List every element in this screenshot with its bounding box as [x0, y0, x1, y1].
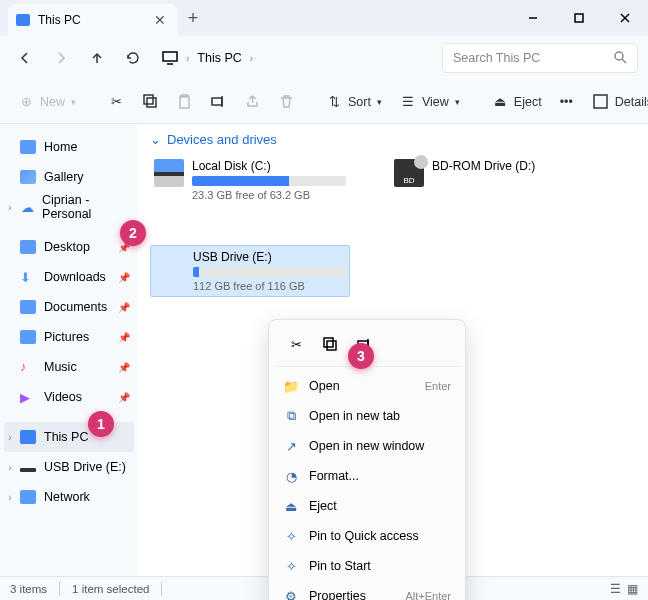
- ctx-open-new-window[interactable]: ↗Open in new window: [275, 431, 459, 461]
- copy-icon: [323, 337, 338, 352]
- view-list-button[interactable]: ☰: [610, 582, 621, 596]
- section-devices[interactable]: ⌄ Devices and drives: [150, 132, 636, 147]
- chevron-right-icon[interactable]: ›: [4, 462, 16, 473]
- drive-name: Local Disk (C:): [192, 159, 346, 173]
- sidebar-item-desktop[interactable]: Desktop📌: [0, 232, 138, 262]
- sidebar-item-downloads[interactable]: ⬇Downloads📌: [0, 262, 138, 292]
- more-button[interactable]: •••: [552, 87, 581, 117]
- minimize-button[interactable]: [510, 0, 556, 36]
- chevron-right-icon[interactable]: ›: [4, 492, 16, 503]
- ctx-eject[interactable]: ⏏Eject: [275, 491, 459, 521]
- sidebar-item-network[interactable]: ›Network: [0, 482, 138, 512]
- ctx-copy-button[interactable]: [315, 330, 345, 358]
- svg-rect-9: [147, 98, 156, 107]
- capacity-bar: [193, 267, 345, 277]
- titlebar: This PC ✕ +: [0, 0, 648, 36]
- properties-icon: ⚙: [283, 589, 299, 601]
- path-segment[interactable]: This PC: [197, 51, 241, 65]
- copy-button[interactable]: [134, 87, 166, 117]
- svg-rect-1: [575, 14, 583, 22]
- refresh-button[interactable]: [118, 43, 148, 73]
- search-input[interactable]: Search This PC: [442, 43, 638, 73]
- sort-icon: ⇅: [326, 94, 342, 110]
- sidebar-item-personal[interactable]: ›☁Ciprian - Personal: [0, 192, 138, 222]
- eject-icon: ⏏: [492, 94, 508, 110]
- window-icon: ↗: [283, 439, 299, 454]
- status-selected: 1 item selected: [72, 583, 149, 595]
- svg-rect-17: [324, 338, 333, 347]
- pin-icon: 📌: [118, 272, 130, 283]
- pictures-icon: [20, 330, 36, 344]
- tab-thispc[interactable]: This PC ✕: [8, 4, 178, 36]
- delete-button[interactable]: [270, 87, 302, 117]
- sidebar-item-usb[interactable]: ›USB Drive (E:): [0, 452, 138, 482]
- sidebar-item-pictures[interactable]: Pictures📌: [0, 322, 138, 352]
- ctx-properties[interactable]: ⚙PropertiesAlt+Enter: [275, 581, 459, 600]
- pin-icon: 📌: [118, 362, 130, 373]
- chevron-right-icon[interactable]: ›: [4, 202, 16, 213]
- new-button[interactable]: ⊕New▾: [10, 87, 84, 117]
- pc-icon: [20, 430, 36, 444]
- ctx-pin-start[interactable]: ✧Pin to Start: [275, 551, 459, 581]
- ctx-open-new-tab[interactable]: ⧉Open in new tab: [275, 401, 459, 431]
- view-grid-button[interactable]: ▦: [627, 582, 638, 596]
- sidebar-item-music[interactable]: ♪Music📌: [0, 352, 138, 382]
- drive-bdrom-d[interactable]: BD BD-ROM Drive (D:): [390, 155, 560, 191]
- home-icon: [20, 140, 36, 154]
- pin-icon: 📌: [118, 332, 130, 343]
- usb-drive-icon: [155, 250, 185, 284]
- share-button[interactable]: [236, 87, 268, 117]
- back-button[interactable]: [10, 43, 40, 73]
- ctx-pin-quick[interactable]: ✧Pin to Quick access: [275, 521, 459, 551]
- svg-rect-16: [327, 341, 336, 350]
- sidebar-item-videos[interactable]: ▶Videos📌: [0, 382, 138, 412]
- sidebar-item-gallery[interactable]: Gallery: [0, 162, 138, 192]
- svg-rect-11: [180, 96, 189, 108]
- folder-icon: 📁: [283, 379, 299, 394]
- sidebar-item-documents[interactable]: Documents📌: [0, 292, 138, 322]
- plus-circle-icon: ⊕: [18, 94, 34, 110]
- eject-button[interactable]: ⏏Eject: [484, 87, 550, 117]
- maximize-button[interactable]: [556, 0, 602, 36]
- chevron-down-icon: ▾: [455, 97, 460, 107]
- badge-1: 1: [88, 411, 114, 437]
- disc-icon: BD: [394, 159, 424, 187]
- svg-rect-10: [144, 95, 153, 104]
- view-icon: ☰: [400, 94, 416, 110]
- view-button[interactable]: ☰View▾: [392, 87, 468, 117]
- details-button[interactable]: Details: [585, 87, 648, 117]
- gallery-icon: [20, 170, 36, 184]
- ctx-format[interactable]: ◔Format...: [275, 461, 459, 491]
- forward-button[interactable]: [46, 43, 76, 73]
- address-bar[interactable]: › This PC ›: [154, 51, 436, 65]
- rename-button[interactable]: [202, 87, 234, 117]
- drive-icon: [154, 159, 184, 187]
- chevron-down-icon: ▾: [71, 97, 76, 107]
- pc-icon: [16, 14, 30, 26]
- ctx-cut-button[interactable]: ✂: [281, 330, 311, 358]
- tab-icon: ⧉: [283, 408, 299, 424]
- cloud-icon: ☁: [20, 200, 34, 214]
- new-tab-button[interactable]: +: [178, 8, 208, 29]
- sidebar-item-home[interactable]: Home: [0, 132, 138, 162]
- toolbar: ⊕New▾ ✂ ⇅Sort▾ ☰View▾ ⏏Eject ••• Details: [0, 80, 648, 124]
- close-button[interactable]: [602, 0, 648, 36]
- drive-local-c[interactable]: Local Disk (C:) 23.3 GB free of 63.2 GB: [150, 155, 350, 205]
- status-items: 3 items: [10, 583, 47, 595]
- scissors-icon: ✂: [108, 94, 124, 110]
- sort-button[interactable]: ⇅Sort▾: [318, 87, 390, 117]
- drive-free: 112 GB free of 116 GB: [193, 280, 345, 292]
- download-icon: ⬇: [20, 270, 36, 284]
- chevron-right-icon[interactable]: ›: [4, 432, 16, 443]
- paste-button[interactable]: [168, 87, 200, 117]
- share-icon: [244, 94, 260, 110]
- ctx-open[interactable]: 📁OpenEnter: [275, 371, 459, 401]
- up-button[interactable]: [82, 43, 112, 73]
- pin-icon: ✧: [283, 559, 299, 574]
- drive-usb-e[interactable]: USB Drive (E:) 112 GB free of 116 GB: [150, 245, 350, 297]
- cut-button[interactable]: ✂: [100, 87, 132, 117]
- sidebar-item-thispc[interactable]: ›This PC: [4, 422, 134, 452]
- tab-close-icon[interactable]: ✕: [150, 12, 170, 28]
- rename-icon: [210, 94, 226, 110]
- capacity-bar: [192, 176, 346, 186]
